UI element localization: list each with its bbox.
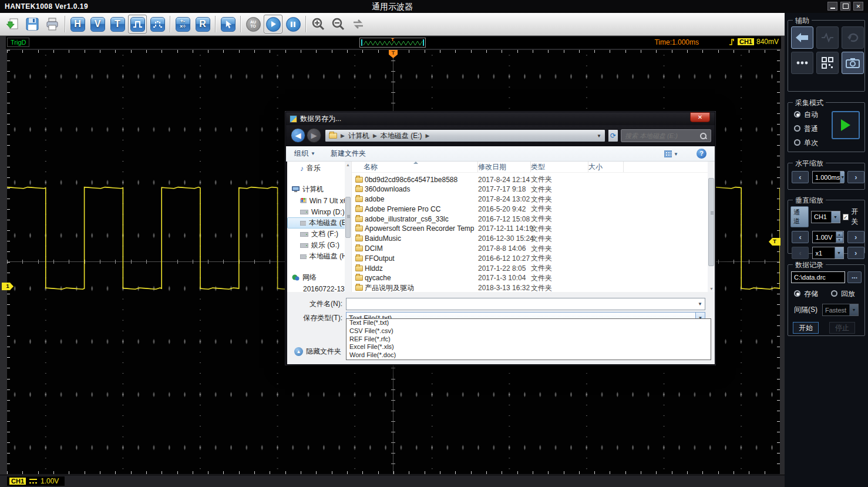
minimize-button[interactable] [827, 2, 837, 11]
file-name[interactable]: Apowersoft Screen Recorder Temp [365, 224, 478, 233]
math-button[interactable]: +- ×÷ [173, 15, 192, 33]
column-name[interactable]: 名称 [364, 162, 478, 172]
search-input[interactable] [621, 132, 699, 139]
file-row[interactable]: adobe 2017-8-24 13:02 文件夹 [352, 194, 715, 204]
chevron-down-icon[interactable]: ▼ [695, 298, 705, 310]
file-row[interactable]: FFOutput 2016-6-12 10:27 文件夹 [352, 253, 715, 263]
zoom-out-button[interactable] [329, 15, 348, 33]
scroll-up-icon[interactable]: ▲ [346, 163, 350, 167]
views-button[interactable]: ▼ [664, 150, 678, 158]
filetype-option[interactable]: CSV File(*.csv) [346, 327, 711, 335]
pause-button[interactable] [284, 15, 302, 33]
place-computer[interactable]: 计算机 [287, 184, 351, 195]
file-row[interactable]: qycache 2017-1-3 10:04 文件夹 [352, 273, 715, 283]
column-type[interactable]: 类型 [531, 162, 588, 172]
reference-button[interactable]: R [193, 15, 212, 33]
scroll-down-icon[interactable]: ▼ [709, 287, 714, 291]
acquire-auto-radio[interactable]: 自动 [794, 110, 818, 120]
nav-forward-button[interactable]: ▶ [307, 128, 321, 143]
run-button[interactable] [264, 15, 282, 33]
acquire-single-radio[interactable]: 单次 [794, 138, 818, 148]
waveform-tool-button[interactable] [816, 26, 839, 49]
hide-folders-button[interactable]: ▲ 隐藏文件夹 [294, 347, 341, 357]
place-drive-g[interactable]: 娱乐 (G:) [287, 240, 351, 251]
cursor-measure-button[interactable] [218, 15, 237, 33]
address-breadcrumb[interactable]: ▶ 计算机 ▶ 本地磁盘 (E:) ▶ ▼ [325, 129, 605, 142]
preview-trigger-marker[interactable]: T [391, 37, 394, 42]
dialog-close-button[interactable]: ✕ [690, 112, 710, 122]
place-drive-h[interactable]: 本地磁盘 (H:) [287, 251, 351, 262]
maximize-button[interactable] [840, 2, 850, 11]
place-drive-f[interactable]: 文档 (F:) [287, 229, 351, 240]
volts-div-spinner[interactable]: 1.00V ▲▼ [812, 231, 843, 243]
refresh-button[interactable]: ⟳ [608, 129, 618, 142]
probe-left-button[interactable]: ‹ [792, 247, 809, 259]
dialog-title-bar[interactable]: 数据另存为... ✕ [286, 112, 715, 125]
file-row[interactable]: DCIM 2017-8-8 14:06 文件夹 [352, 244, 715, 254]
organize-button[interactable]: 组织 ▼ [294, 149, 315, 159]
channel-button[interactable]: 通道 [790, 206, 809, 227]
file-name[interactable]: DCIM [365, 244, 478, 253]
filetype-option[interactable]: Word File(*.doc) [346, 351, 711, 360]
column-date[interactable]: 修改日期 [478, 162, 531, 172]
print-button[interactable] [43, 15, 62, 33]
undo-button[interactable] [842, 26, 864, 49]
file-name[interactable]: 0bd9d2cd98c6c45471be8588 [365, 176, 478, 184]
timebase-select[interactable]: 1.000ms ▼ [812, 171, 844, 183]
browse-button[interactable]: ... [847, 271, 862, 283]
screenshot-button[interactable] [842, 52, 864, 74]
horizontal-settings-button[interactable]: H [68, 15, 87, 33]
filetype-option[interactable]: REF File(*.rfc) [346, 335, 711, 344]
file-name[interactable]: BaiduMusic [365, 234, 478, 243]
record-store-radio[interactable]: 存储 [794, 289, 818, 299]
nav-back-button[interactable]: ◀ [291, 128, 305, 143]
new-folder-button[interactable]: 新建文件夹 [331, 149, 366, 159]
file-row[interactable]: adobe_illustrator_cs6_33lc 2016-7-12 15:… [352, 214, 715, 224]
pulse-trigger-button[interactable] [148, 15, 167, 33]
place-network-pc[interactable]: 20160722-13 ▼ [287, 283, 351, 292]
file-row[interactable]: 0bd9d2cd98c6c45471be8588 2017-8-24 12:14… [352, 174, 715, 184]
file-list-scrollbar[interactable]: ▼ [708, 162, 715, 292]
file-row[interactable]: Hlddz 2017-1-22 8:05 文件夹 [352, 263, 715, 273]
file-row[interactable]: BaiduMusic 2016-12-30 15:24 文件夹 [352, 234, 715, 244]
channel1-chip[interactable]: CH1 1.00V [7, 476, 65, 486]
place-drive-e-selected[interactable]: 本地磁盘 (E:) [287, 217, 351, 229]
filename-combo[interactable]: ▼ [346, 298, 705, 310]
file-name[interactable]: adobe [365, 195, 478, 203]
breadcrumb-drive[interactable]: 本地磁盘 (E:) [381, 131, 422, 141]
vscale-right-button[interactable]: › [847, 231, 864, 243]
record-replay-radio[interactable]: 回放 [831, 289, 855, 299]
filetype-option[interactable]: Text File(*.txt) [346, 319, 711, 327]
file-name[interactable]: Hlddz [365, 264, 478, 273]
file-name[interactable]: qycache [365, 274, 478, 282]
trigger-settings-button[interactable]: T [108, 15, 127, 33]
search-box[interactable] [621, 129, 711, 142]
probe-mult-select[interactable]: x1 ▼ [812, 247, 843, 259]
filetype-option[interactable]: Excel File(*.xls) [346, 343, 711, 351]
back-button[interactable] [791, 26, 813, 49]
file-row[interactable]: 360downloads 2017-7-17 9:18 文件夹 [352, 184, 715, 194]
autoset-button[interactable]: AU TO [244, 15, 263, 33]
save-button[interactable] [23, 15, 42, 33]
sync-button[interactable] [349, 15, 368, 33]
zoom-in-button[interactable] [309, 15, 328, 33]
waveform-preview[interactable]: T [359, 38, 426, 48]
acquire-run-button[interactable] [832, 111, 860, 139]
vscale-left-button[interactable]: ‹ [792, 231, 809, 243]
scrollbar-thumb[interactable] [708, 178, 714, 266]
sidebar-scrollbar[interactable]: ▲ [345, 162, 351, 292]
place-network[interactable]: 网络 [287, 272, 351, 283]
column-size[interactable]: 大小 [588, 162, 624, 172]
open-button[interactable] [3, 15, 22, 33]
edge-trigger-button[interactable] [128, 15, 147, 33]
file-name[interactable]: 产品说明及驱动 [365, 283, 478, 292]
file-row[interactable]: 产品说明及驱动 2018-3-13 16:32 文件夹 [352, 283, 715, 292]
help-button[interactable]: ? [697, 149, 706, 159]
qr-code-button[interactable] [816, 52, 839, 74]
address-dropdown-arrow[interactable]: ▼ [597, 133, 605, 139]
hzoom-right-button[interactable]: › [847, 171, 864, 183]
place-drive-d[interactable]: Winxp (D:) [287, 206, 351, 217]
vertical-settings-button[interactable]: V [88, 15, 107, 33]
channel-select[interactable]: CH1 ▼ [811, 211, 840, 223]
hzoom-left-button[interactable]: ‹ [792, 171, 809, 183]
